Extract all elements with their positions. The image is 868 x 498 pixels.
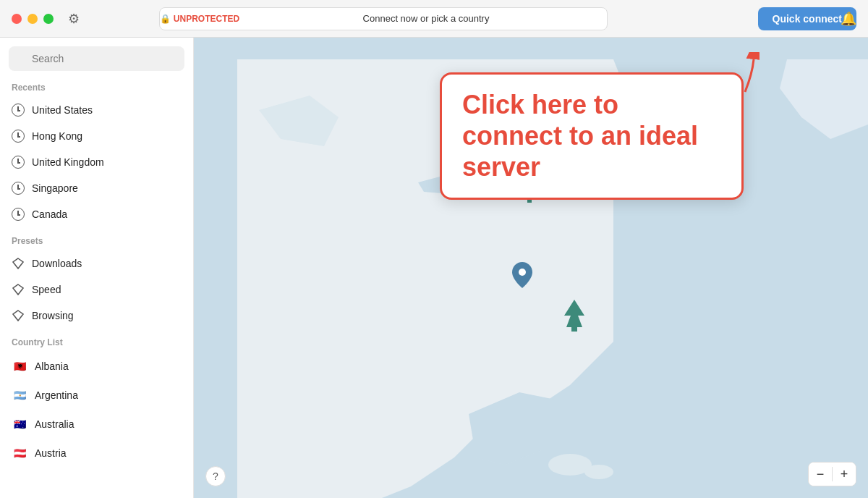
close-button[interactable] — [12, 14, 22, 24]
country-list-label: Country List — [0, 334, 193, 352]
diamond-icon — [12, 283, 25, 296]
sidebar-item-united-states[interactable]: United States — [0, 97, 193, 123]
settings-icon[interactable]: ⚙ — [68, 11, 80, 27]
country-name: Canada — [32, 208, 67, 220]
country-name: United Kingdom — [32, 156, 104, 168]
titlebar: ⚙ 🔒 UNPROTECTED Connect now or pick a co… — [0, 0, 868, 38]
diamond-icon — [12, 309, 25, 322]
sidebar-item-albania[interactable]: 🇦🇱 Albania — [0, 352, 193, 381]
country-name: Argentina — [35, 389, 78, 401]
zoom-controls: − + — [808, 462, 856, 486]
clock-icon — [12, 104, 25, 117]
unprotected-badge: 🔒 UNPROTECTED — [160, 14, 239, 24]
status-label: UNPROTECTED — [174, 14, 239, 24]
svg-marker-10 — [564, 300, 584, 327]
recents-label: Recents — [0, 80, 193, 97]
svg-rect-4 — [613, 182, 868, 498]
svg-marker-1 — [13, 284, 23, 295]
argentina-flag: 🇦🇷 — [12, 387, 27, 403]
minimize-button[interactable] — [27, 14, 38, 24]
lock-icon: 🔒 — [160, 14, 171, 24]
country-name: Australia — [35, 418, 74, 430]
svg-point-6 — [584, 465, 613, 479]
search-wrapper: 🔍 — [9, 46, 184, 71]
traffic-lights — [12, 14, 54, 24]
sidebar-item-argentina[interactable]: 🇦🇷 Argentina — [0, 381, 193, 410]
country-name: Austria — [35, 447, 67, 459]
zoom-plus-button[interactable]: + — [833, 463, 856, 486]
sidebar-item-austria[interactable]: 🇦🇹 Austria — [0, 439, 193, 468]
clock-icon — [12, 182, 25, 195]
bell-icon[interactable]: 🔔 — [841, 11, 856, 27]
address-bar: 🔒 UNPROTECTED Connect now or pick a coun… — [159, 7, 608, 30]
maximize-button[interactable] — [43, 14, 54, 24]
country-name: Albania — [35, 360, 69, 372]
sidebar: 🔍 Recents United States Hong Kong United… — [0, 38, 194, 498]
sidebar-item-browsing[interactable]: Browsing — [0, 303, 193, 329]
svg-marker-0 — [13, 258, 23, 269]
tree-icon-2 — [563, 298, 586, 339]
sidebar-item-speed[interactable]: Speed — [0, 277, 193, 303]
location-pin — [512, 262, 532, 293]
preset-name: Speed — [32, 284, 61, 295]
main-layout: 🔍 Recents United States Hong Kong United… — [0, 38, 868, 498]
svg-rect-9 — [527, 200, 532, 203]
preset-name: Downloads — [32, 258, 82, 269]
tooltip-box: Click here to connect to an ideal server — [440, 72, 744, 200]
zoom-minus-button[interactable]: − — [809, 463, 832, 486]
tooltip-text: Click here to connect to an ideal server — [462, 89, 721, 183]
search-container: 🔍 — [0, 46, 193, 80]
sidebar-item-singapore[interactable]: Singapore — [0, 175, 193, 201]
preset-name: Browsing — [32, 310, 74, 321]
map-area: Click here to connect to an ideal server… — [194, 38, 868, 498]
country-name: Singapore — [32, 182, 78, 194]
austria-flag: 🇦🇹 — [12, 445, 27, 461]
sidebar-item-canada[interactable]: Canada — [0, 201, 193, 227]
sidebar-item-australia[interactable]: 🇦🇺 Australia — [0, 410, 193, 439]
sidebar-item-hong-kong[interactable]: Hong Kong — [0, 123, 193, 149]
australia-flag: 🇦🇺 — [12, 416, 27, 432]
clock-icon — [12, 130, 25, 143]
sidebar-item-united-kingdom[interactable]: United Kingdom — [0, 149, 193, 175]
sidebar-item-downloads[interactable]: Downloads — [0, 250, 193, 277]
clock-icon — [12, 156, 25, 169]
arrow-indicator — [702, 52, 760, 98]
diamond-icon — [12, 257, 25, 270]
svg-point-7 — [519, 269, 526, 276]
address-text: Connect now or pick a country — [245, 13, 607, 24]
albania-flag: 🇦🇱 — [12, 358, 27, 374]
country-name: Hong Kong — [32, 130, 82, 142]
svg-marker-2 — [13, 311, 23, 321]
country-name: United States — [32, 104, 93, 116]
svg-rect-11 — [571, 327, 577, 332]
help-button[interactable]: ? — [205, 466, 226, 486]
presets-label: Presets — [0, 233, 193, 250]
search-input[interactable] — [9, 46, 184, 71]
clock-icon — [12, 208, 25, 221]
